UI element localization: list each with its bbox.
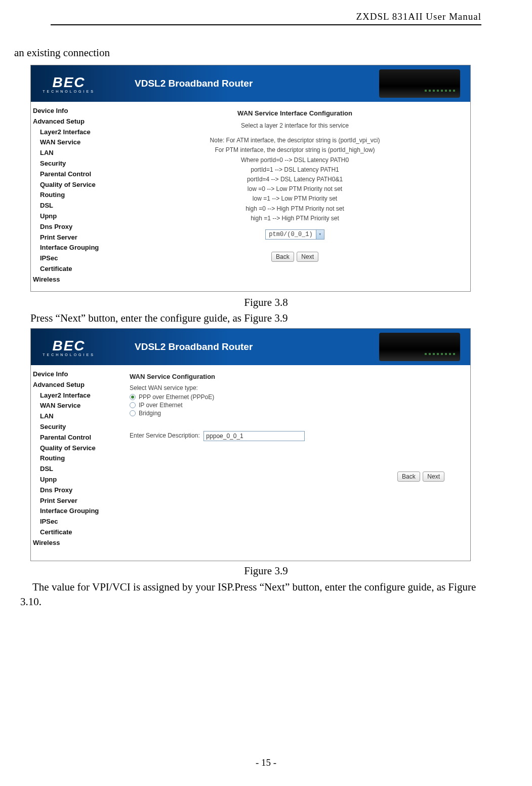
sidebar-item-print-server[interactable]: Print Server [33,496,119,506]
note-line: high =1 --> High PTM Priority set [130,214,460,223]
note-line: portId=4 --> DSL Latency PATH0&1 [130,175,460,184]
service-description-input[interactable]: pppoe_0_0_1 [203,431,305,441]
note-line: For PTM interface, the descriptor string… [130,145,460,155]
sidebar-item-security[interactable]: Security [33,422,119,433]
note-line: high =0 --> High PTM Priority not set [130,204,460,214]
button-row: Back Next [130,252,460,262]
service-description-row: Enter Service Description: pppoe_0_0_1 [130,431,460,441]
sidebar-item-certificate[interactable]: Certificate [33,527,119,538]
sidebar-item-upnp[interactable]: Upnp [33,475,119,485]
panel-sub: Select a layer 2 interface for this serv… [130,121,460,131]
sidebar-nav: Device Info Advanced Setup Layer2 Interf… [31,365,119,553]
sidebar-item-device-info[interactable]: Device Info [33,106,119,116]
sidebar-item-wan-service[interactable]: WAN Service [33,137,119,148]
radio-icon [130,394,136,400]
panel-title: WAN Service Configuration [130,373,460,380]
sidebar-item-dsl[interactable]: DSL [33,464,119,475]
button-row: Back Next [130,471,460,482]
figure-3-9-caption: Figure 3.9 [0,565,532,577]
sidebar-nav: Device Info Advanced Setup Layer2 Interf… [31,102,119,289]
content-panel: WAN Service Interface Configuration Sele… [119,102,470,289]
sidebar-item-dsl[interactable]: DSL [33,201,119,211]
note-line: low =1 --> Low PTM Priority set [130,194,460,204]
radio-row-pppoe[interactable]: PPP over Ethernet (PPPoE) [130,394,460,401]
product-title: VDSL2 Broadband Router [135,341,253,352]
product-title: VDSL2 Broadband Router [135,78,253,89]
service-description-label: Enter Service Description: [130,432,200,439]
page-header: ZXDSL 831AII User Manual [356,11,481,22]
after-39-text: The value for VPI/VCI is assigned by you… [20,580,497,610]
header-rule [51,24,481,25]
sidebar-item-upnp[interactable]: Upnp [33,211,119,222]
sidebar-item-dns-proxy[interactable]: Dns Proxy [33,485,119,496]
next-button[interactable]: Next [297,252,318,262]
note-line: portId=1 --> DSL Latency PATH1 [130,165,460,175]
sidebar-item-qos[interactable]: Quality of Service [33,443,119,454]
after-38-text: Press “Next” button, enter the configure… [30,311,481,326]
sidebar-item-device-info[interactable]: Device Info [33,369,119,380]
interface-select[interactable]: ptm0/(0_0_1) ▾ [265,229,324,240]
device-photo [379,333,460,361]
brand-logo-sub: TECHNOLOGIES [31,90,107,93]
note-line: low =0 --> Low PTM Priority not set [130,184,460,194]
intro-text: an existing connection [14,46,481,60]
sidebar-item-lan[interactable]: LAN [33,148,119,159]
figure-3-8-caption: Figure 3.8 [0,296,532,309]
sidebar-item-layer2[interactable]: Layer2 Interface [33,127,119,138]
brand-logo-text: BEC [31,338,107,354]
radio-label: Bridging [139,410,161,417]
sidebar-item-parental[interactable]: Parental Control [33,169,119,180]
back-button[interactable]: Back [397,471,420,482]
page-number: - 15 - [0,757,532,768]
panel-title: WAN Service Interface Configuration [130,109,460,117]
note-line: Where portId=0 --> DSL Latency PATH0 [130,155,460,165]
brand-logo-text: BEC [31,74,107,91]
sidebar-item-ipsec[interactable]: IPSec [33,253,119,264]
figure-3-8-screenshot: BEC TECHNOLOGIES VDSL2 Broadband Router … [30,65,471,292]
sidebar-item-advanced-setup[interactable]: Advanced Setup [33,380,119,390]
sidebar-item-wan-service[interactable]: WAN Service [33,401,119,411]
app-header: BEC TECHNOLOGIES VDSL2 Broadband Router [31,65,470,102]
app-header: BEC TECHNOLOGIES VDSL2 Broadband Router [31,329,470,365]
sidebar-item-certificate[interactable]: Certificate [33,264,119,274]
brand-logo-sub: TECHNOLOGIES [31,353,107,357]
sidebar-item-parental[interactable]: Parental Control [33,433,119,443]
interface-select-value: ptm0/(0_0_1) [266,231,315,238]
sidebar-item-security[interactable]: Security [33,159,119,169]
sidebar-item-iface-grouping[interactable]: Interface Grouping [33,506,119,517]
brand-logo: BEC TECHNOLOGIES [31,338,107,357]
sidebar-item-routing[interactable]: Routing [33,453,119,464]
radio-row-bridging[interactable]: Bridging [130,410,460,417]
sidebar-item-wireless[interactable]: Wireless [33,274,119,285]
radio-icon [130,402,136,408]
radio-icon [130,410,136,416]
back-button[interactable]: Back [271,252,294,262]
radio-row-ipoe[interactable]: IP over Ethernet [130,402,460,409]
panel-sub: Select WAN service type: [130,384,458,391]
brand-logo: BEC TECHNOLOGIES [31,74,107,93]
sidebar-item-qos[interactable]: Quality of Service [33,180,119,190]
sidebar-item-advanced-setup[interactable]: Advanced Setup [33,116,119,127]
radio-label: PPP over Ethernet (PPPoE) [139,394,214,401]
radio-label: IP over Ethernet [139,402,183,409]
figure-3-9-screenshot: BEC TECHNOLOGIES VDSL2 Broadband Router … [30,328,471,561]
sidebar-item-print-server[interactable]: Print Server [33,232,119,243]
sidebar-item-layer2[interactable]: Layer2 Interface [33,390,119,401]
sidebar-item-iface-grouping[interactable]: Interface Grouping [33,243,119,253]
sidebar-item-dns-proxy[interactable]: Dns Proxy [33,222,119,232]
sidebar-item-wireless[interactable]: Wireless [33,538,119,548]
sidebar-item-routing[interactable]: Routing [33,190,119,201]
content-panel: WAN Service Configuration Select WAN ser… [119,365,470,553]
device-photo [379,69,460,98]
chevron-down-icon: ▾ [316,230,324,239]
sidebar-item-lan[interactable]: LAN [33,411,119,422]
note-line: Note: For ATM interface, the descriptor … [130,136,460,145]
next-button[interactable]: Next [423,471,444,482]
sidebar-item-ipsec[interactable]: IPSec [33,517,119,527]
